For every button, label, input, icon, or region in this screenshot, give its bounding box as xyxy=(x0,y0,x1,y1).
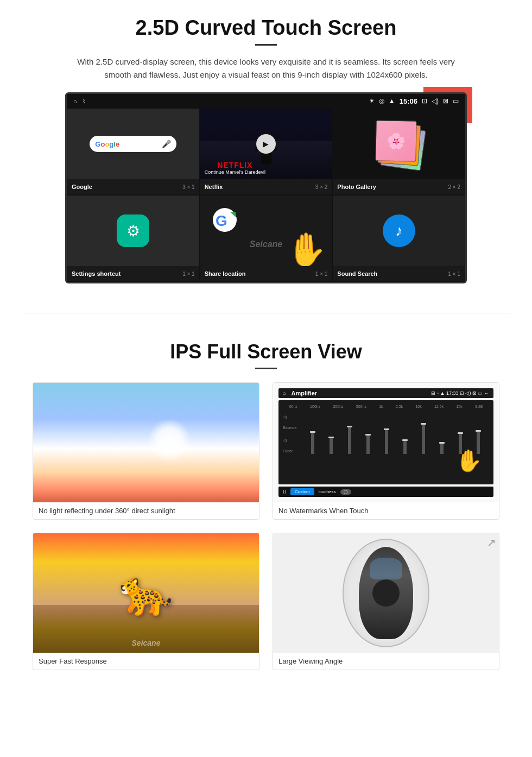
svg-text:G: G xyxy=(216,212,227,229)
eq-bars xyxy=(302,411,489,454)
gallery-app-name: Photo Gallery xyxy=(337,184,376,190)
status-bar-left: ⌂ ⌇ xyxy=(73,98,85,105)
volume-icon: ◁) xyxy=(432,97,439,105)
netflix-subtitle: Continue Marvel's Daredevil xyxy=(205,169,265,175)
gallery-preview: 🌸 xyxy=(333,109,465,179)
amp-content: ◁) Balance ◁) Fader xyxy=(283,411,489,454)
feature-card-car: ↗ Large Viewing Angle xyxy=(273,533,499,670)
amp-status-icons: ⊞ ◦ ▲ 17:33 ⊡ ◁) ⊠ ▭ ← xyxy=(431,390,489,396)
seicane-watermark-cheetah: Seicane xyxy=(132,639,161,647)
sound-preview: ♪ xyxy=(333,195,465,266)
mic-icon: 🎤 xyxy=(162,140,171,148)
sound-label-row: Sound Search 1 × 1 xyxy=(333,266,465,281)
netflix-app-size: 3 × 2 xyxy=(315,184,328,190)
gallery-stack: 🌸 xyxy=(375,119,423,168)
share-label-row: Share location 1 × 1 xyxy=(200,266,332,281)
status-bar: ⌂ ⌇ ✴ ◎ ▲ 15:06 ⊡ ◁) ⊠ ▭ xyxy=(67,94,465,108)
x-icon: ⊠ xyxy=(443,97,448,105)
gallery-app-size: 2 × 2 xyxy=(448,184,460,190)
google-search-bar[interactable]: Google 🎤 xyxy=(90,136,176,152)
section-divider xyxy=(22,313,510,313)
app-grid: Google 🎤 Google 3 × 1 xyxy=(67,108,465,282)
settings-app-size: 1 × 1 xyxy=(182,271,195,277)
features-grid: No light reflecting under 360° direct su… xyxy=(33,382,499,670)
settings-preview: ⚙ xyxy=(67,195,199,266)
bluetooth-icon: ✴ xyxy=(369,97,375,105)
car-angle-arrows: ↗ xyxy=(487,536,496,549)
google-preview: Google 🎤 xyxy=(67,109,199,179)
eq-bar-4 xyxy=(385,430,388,454)
wifi-icon: ▲ xyxy=(389,97,395,105)
gallery-label-row: Photo Gallery 2 × 2 xyxy=(333,179,465,194)
netflix-preview: ▶ NETFLIX Continue Marvel's Daredevil xyxy=(200,109,332,179)
custom-button[interactable]: Custom xyxy=(290,488,314,495)
sun-burst xyxy=(148,419,191,462)
feature-card-cheetah: 🐆 Seicane Super Fast Response xyxy=(33,533,259,670)
share-preview: G 🤚 xyxy=(200,195,332,266)
sunlight-caption: No light reflecting under 360° direct su… xyxy=(33,502,259,519)
amp-side-labels: ◁) Balance ◁) Fader xyxy=(283,411,300,453)
settings-label-row: Settings shortcut 1 × 1 xyxy=(67,266,199,281)
settings-icon-wrap: ⚙ xyxy=(117,215,149,247)
gear-icon: ⚙ xyxy=(126,222,140,240)
netflix-play-button[interactable]: ▶ xyxy=(256,134,276,154)
amp-bottom-bar: ⟨⟨ Custom loudness ◯ xyxy=(278,487,493,497)
car-roof xyxy=(372,579,400,607)
section1-title: 2.5D Curved Touch Screen xyxy=(33,16,499,40)
car-windshield xyxy=(370,558,402,579)
car-body xyxy=(359,547,413,639)
google-app-size: 3 × 1 xyxy=(182,184,195,190)
cheetah-image: 🐆 Seicane xyxy=(33,533,259,653)
gallery-card-3: 🌸 xyxy=(375,120,416,161)
usb-icon: ⌇ xyxy=(83,98,85,105)
eq-bar-6 xyxy=(422,424,425,454)
section2-title: IPS Full Screen View xyxy=(33,340,499,363)
hand-gesture: 🤚 xyxy=(286,230,326,266)
amp-freq-labels: 60hz100hz200hz500hz1k2.5k10k12.5k15kSUB xyxy=(283,405,489,408)
eq-bar-0 xyxy=(311,432,314,454)
google-logo: Google xyxy=(95,140,119,148)
device-screen: ⌂ ⌇ ✴ ◎ ▲ 15:06 ⊡ ◁) ⊠ ▭ xyxy=(65,92,467,283)
app-cell-google[interactable]: Google 🎤 Google 3 × 1 xyxy=(67,108,200,195)
eq-bar-5 xyxy=(403,440,407,454)
home-icon: ⌂ xyxy=(73,98,77,104)
sunlight-image xyxy=(33,383,259,502)
prev-icon: ⟨⟨ xyxy=(283,489,286,494)
netflix-label-row: Netflix 3 × 2 xyxy=(200,179,332,194)
section-ips-view: IPS Full Screen View No light reflecting… xyxy=(0,330,532,686)
share-app-name: Share location xyxy=(205,270,246,277)
camera-icon: ⊡ xyxy=(422,97,427,105)
amp-hand-gesture: ✋ xyxy=(455,448,483,474)
netflix-app-name: Netflix xyxy=(205,184,223,190)
car-image: ↗ xyxy=(273,533,499,653)
sound-app-size: 1 × 1 xyxy=(448,271,460,277)
amp-title: Amplifier xyxy=(291,390,317,396)
section1-description: With 2.5D curved-display screen, this de… xyxy=(76,55,456,81)
netflix-brand: NETFLIX xyxy=(205,161,265,169)
amplifier-caption: No Watermarks When Touch xyxy=(273,502,499,519)
app-cell-settings[interactable]: ⚙ Settings shortcut 1 × 1 xyxy=(67,195,200,282)
toggle-icon: ◯ xyxy=(340,489,351,495)
eq-bar-1 xyxy=(330,438,333,454)
app-cell-gallery[interactable]: 🌸 Photo Gallery 2 × 2 xyxy=(332,108,465,195)
section2-underline xyxy=(255,368,277,369)
g-maps-logo: G xyxy=(211,206,238,238)
google-label-row: Google 3 × 1 xyxy=(67,179,199,194)
amplifier-image: ⌂ Amplifier ⊞ ◦ ▲ 17:33 ⊡ ◁) ⊠ ▭ ← 60hz1… xyxy=(273,383,499,502)
section-curved-screen: 2.5D Curved Touch Screen With 2.5D curve… xyxy=(0,0,532,297)
app-cell-netflix[interactable]: ▶ NETFLIX Continue Marvel's Daredevil Ne… xyxy=(200,108,333,195)
app-cell-sound[interactable]: ♪ Sound Search 1 × 1 xyxy=(332,195,465,282)
app-cell-share[interactable]: G 🤚 Share location 1 × 1 xyxy=(200,195,333,282)
eq-bar-7 xyxy=(440,443,444,454)
settings-app-name: Settings shortcut xyxy=(72,270,121,277)
music-note-icon: ♪ xyxy=(395,222,403,239)
google-app-name: Google xyxy=(72,184,92,190)
sound-app-name: Sound Search xyxy=(337,270,377,277)
title-underline xyxy=(255,44,277,46)
amp-main: 60hz100hz200hz500hz1k2.5k10k12.5k15kSUB … xyxy=(278,400,493,484)
sound-icon-wrap: ♪ xyxy=(383,215,415,247)
eq-bar-3 xyxy=(366,435,370,454)
status-bar-right: ✴ ◎ ▲ 15:06 ⊡ ◁) ⊠ ▭ xyxy=(369,97,459,105)
amp-topbar: ⌂ Amplifier ⊞ ◦ ▲ 17:33 ⊡ ◁) ⊠ ▭ ← xyxy=(278,388,493,398)
cheetah-silhouette: 🐆 xyxy=(119,567,173,619)
